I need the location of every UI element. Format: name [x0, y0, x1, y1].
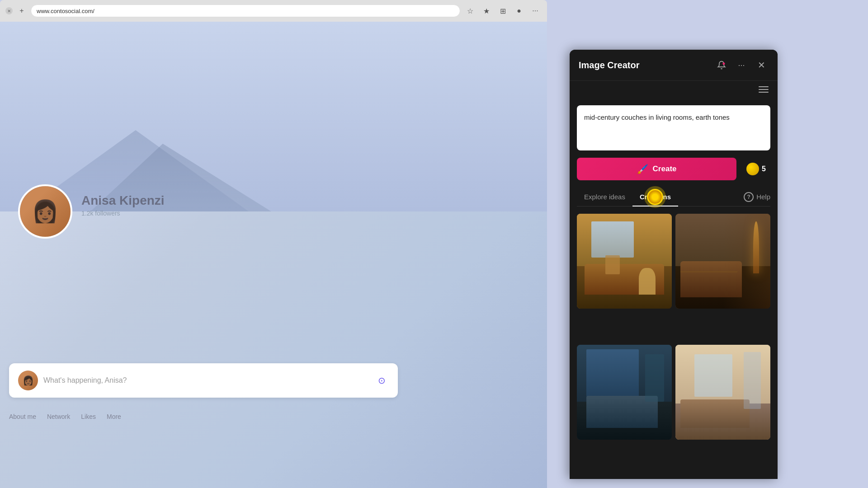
image-card-2[interactable]: [675, 214, 770, 309]
browser-titlebar: ✕ + www.contosocial.com/ ☆ ★ ⊞ ● ···: [0, 0, 547, 22]
tab-creations[interactable]: Creations: [632, 189, 678, 204]
close-icon: ✕: [7, 9, 11, 14]
nav-about[interactable]: About me: [9, 413, 36, 420]
tabs-row: Explore ideas Creations ? Help: [577, 188, 770, 206]
profile-header: 👩🏾: [0, 22, 547, 211]
media-button[interactable]: ⊙: [374, 373, 389, 388]
help-circle-icon: ?: [744, 192, 754, 202]
panel-menu-bar: [570, 81, 778, 98]
credits-badge: 5: [742, 160, 770, 178]
post-input-area[interactable]: 👩🏾 What's happening, Anisa? ⊙: [9, 363, 398, 398]
browser-content: 👩🏾 Anisa Kipenzi 1.2k followers 👩🏾 What'…: [0, 22, 547, 488]
create-brush-icon: 🖌️: [637, 164, 648, 174]
nav-likes[interactable]: Likes: [81, 413, 96, 420]
image-card-1[interactable]: [577, 214, 672, 309]
profile-followers: 1.2k followers: [81, 210, 165, 217]
image-card-4[interactable]: [675, 345, 770, 440]
credits-count: 5: [762, 165, 766, 173]
help-label: Help: [756, 193, 770, 201]
hamburger-line-1: [759, 86, 769, 87]
prompt-input[interactable]: mid-century couches in living rooms, ear…: [577, 105, 770, 150]
notification-icon[interactable]: [714, 58, 729, 72]
url-text: www.contosocial.com/: [37, 8, 94, 14]
post-input-placeholder[interactable]: What's happening, Anisa?: [43, 376, 369, 385]
more-options-icon[interactable]: ···: [734, 58, 749, 72]
social-nav: About me Network Likes More: [9, 413, 121, 420]
images-grid: [577, 214, 770, 472]
image-creator-panel: Image Creator ··· ✕ mid-century couches …: [570, 50, 778, 479]
credits-coin-icon: [746, 163, 759, 175]
image-card-3[interactable]: [577, 345, 672, 440]
browser-nav-icons: ☆ ★ ⊞ ● ···: [464, 5, 542, 17]
cursor-indicator: [647, 189, 663, 205]
profile-info: Anisa Kipenzi 1.2k followers: [0, 184, 183, 226]
hamburger-line-2: [759, 89, 769, 90]
create-label: Create: [653, 164, 677, 174]
plus-icon: +: [19, 7, 24, 15]
nav-network[interactable]: Network: [47, 413, 70, 420]
tab-explore-ideas[interactable]: Explore ideas: [577, 189, 632, 204]
user-icon[interactable]: ●: [513, 5, 525, 17]
panel-body: mid-century couches in living rooms, ear…: [570, 98, 778, 479]
create-button[interactable]: 🖌️ Create: [577, 158, 736, 180]
bookmark-icon[interactable]: ☆: [464, 5, 476, 17]
tab-help[interactable]: ? Help: [744, 192, 770, 202]
hamburger-line-3: [759, 92, 769, 93]
close-panel-button[interactable]: ✕: [754, 58, 769, 72]
address-bar[interactable]: www.contosocial.com/: [31, 5, 460, 17]
svg-point-0: [723, 62, 725, 65]
new-tab-button[interactable]: +: [16, 5, 27, 16]
create-row: 🖌️ Create 5: [577, 158, 770, 180]
browser-close-button[interactable]: ✕: [5, 7, 13, 14]
post-avatar: 👩🏾: [18, 371, 38, 390]
panel-header: Image Creator ··· ✕: [570, 50, 778, 81]
panel-title: Image Creator: [579, 60, 714, 70]
panel-header-icons: ··· ✕: [714, 58, 769, 72]
more-browser-icon[interactable]: ···: [529, 5, 542, 17]
extensions-icon[interactable]: ⊞: [496, 5, 509, 17]
bookmark-filled-icon[interactable]: ★: [480, 5, 493, 17]
hamburger-button[interactable]: [757, 84, 770, 94]
profile-name: Anisa Kipenzi: [81, 193, 165, 208]
nav-more[interactable]: More: [107, 413, 121, 420]
